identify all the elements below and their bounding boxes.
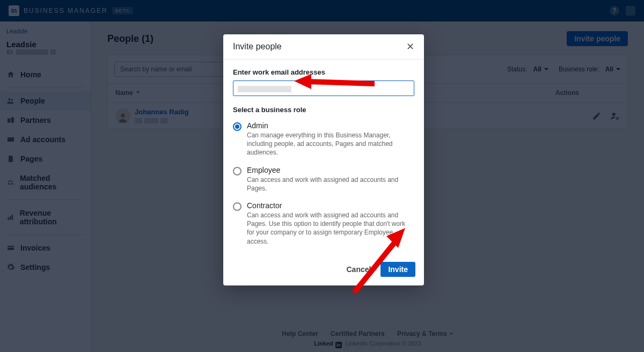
- radio-checked-icon[interactable]: [233, 122, 241, 131]
- role-option-admin[interactable]: Admin Can manage everything in this Busi…: [233, 118, 414, 163]
- role-name: Contractor: [247, 201, 414, 210]
- role-option-contractor[interactable]: Contractor Can access and work with assi…: [233, 198, 414, 251]
- role-option-employee[interactable]: Employee Can access and work with assign…: [233, 163, 414, 198]
- cancel-button[interactable]: Cancel: [342, 262, 376, 277]
- role-label: Select a business role: [233, 106, 414, 114]
- modal-title: Invite people: [233, 42, 282, 52]
- invite-button[interactable]: Invite: [380, 262, 415, 277]
- radio-icon[interactable]: [233, 202, 241, 211]
- email-label: Enter work email addresses: [233, 68, 414, 76]
- radio-icon[interactable]: [233, 167, 241, 175]
- close-icon[interactable]: ✕: [406, 42, 414, 52]
- role-desc: Can access and work with assigned ad acc…: [247, 175, 414, 193]
- email-input[interactable]: [233, 80, 414, 96]
- role-desc: Can manage everything in this Business M…: [247, 131, 414, 157]
- role-desc: Can access and work with assigned ad acc…: [247, 211, 414, 246]
- role-name: Employee: [247, 166, 414, 174]
- role-name: Admin: [247, 121, 414, 130]
- invite-people-modal: Invite people ✕ Enter work email address…: [223, 34, 424, 285]
